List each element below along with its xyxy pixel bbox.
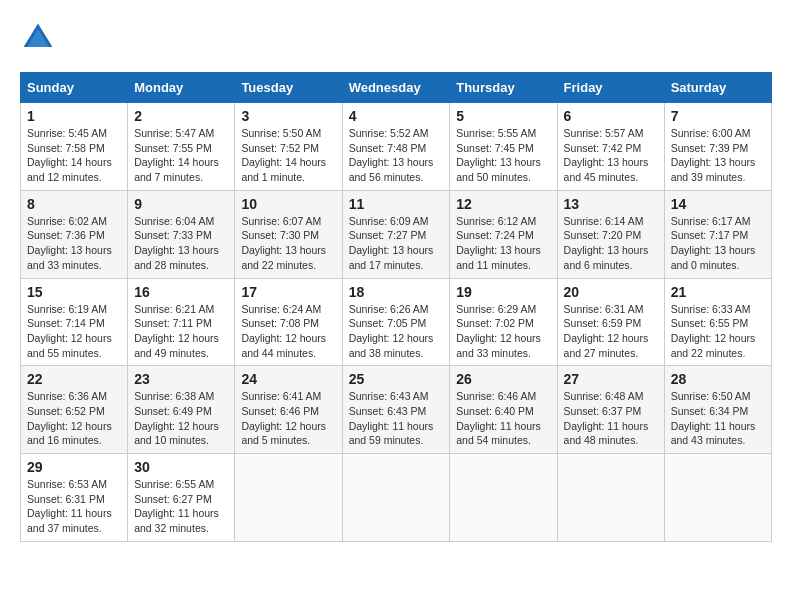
day-number: 20	[564, 284, 658, 300]
calendar-cell: 1 Sunrise: 5:45 AMSunset: 7:58 PMDayligh…	[21, 103, 128, 191]
day-number: 11	[349, 196, 444, 212]
day-detail: Sunrise: 5:57 AMSunset: 7:42 PMDaylight:…	[564, 127, 649, 183]
day-detail: Sunrise: 6:31 AMSunset: 6:59 PMDaylight:…	[564, 303, 649, 359]
calendar-cell: 18 Sunrise: 6:26 AMSunset: 7:05 PMDaylig…	[342, 278, 450, 366]
day-number: 9	[134, 196, 228, 212]
day-number: 15	[27, 284, 121, 300]
calendar-cell: 15 Sunrise: 6:19 AMSunset: 7:14 PMDaylig…	[21, 278, 128, 366]
calendar-cell: 28 Sunrise: 6:50 AMSunset: 6:34 PMDaylig…	[664, 366, 771, 454]
day-number: 27	[564, 371, 658, 387]
calendar-cell: 27 Sunrise: 6:48 AMSunset: 6:37 PMDaylig…	[557, 366, 664, 454]
calendar-cell: 10 Sunrise: 6:07 AMSunset: 7:30 PMDaylig…	[235, 190, 342, 278]
day-number: 6	[564, 108, 658, 124]
day-detail: Sunrise: 6:50 AMSunset: 6:34 PMDaylight:…	[671, 390, 756, 446]
calendar-cell: 3 Sunrise: 5:50 AMSunset: 7:52 PMDayligh…	[235, 103, 342, 191]
day-detail: Sunrise: 6:33 AMSunset: 6:55 PMDaylight:…	[671, 303, 756, 359]
day-number: 18	[349, 284, 444, 300]
calendar-cell: 26 Sunrise: 6:46 AMSunset: 6:40 PMDaylig…	[450, 366, 557, 454]
calendar-cell	[664, 454, 771, 542]
calendar-cell: 13 Sunrise: 6:14 AMSunset: 7:20 PMDaylig…	[557, 190, 664, 278]
col-header-wednesday: Wednesday	[342, 73, 450, 103]
day-number: 25	[349, 371, 444, 387]
day-detail: Sunrise: 5:47 AMSunset: 7:55 PMDaylight:…	[134, 127, 219, 183]
day-number: 16	[134, 284, 228, 300]
day-detail: Sunrise: 6:07 AMSunset: 7:30 PMDaylight:…	[241, 215, 326, 271]
day-number: 28	[671, 371, 765, 387]
day-number: 26	[456, 371, 550, 387]
day-number: 2	[134, 108, 228, 124]
calendar-cell: 16 Sunrise: 6:21 AMSunset: 7:11 PMDaylig…	[128, 278, 235, 366]
calendar-cell	[342, 454, 450, 542]
day-detail: Sunrise: 6:55 AMSunset: 6:27 PMDaylight:…	[134, 478, 219, 534]
logo	[20, 20, 62, 56]
day-number: 8	[27, 196, 121, 212]
calendar-cell	[450, 454, 557, 542]
calendar-cell: 17 Sunrise: 6:24 AMSunset: 7:08 PMDaylig…	[235, 278, 342, 366]
calendar-cell	[235, 454, 342, 542]
calendar-cell: 5 Sunrise: 5:55 AMSunset: 7:45 PMDayligh…	[450, 103, 557, 191]
calendar-cell	[557, 454, 664, 542]
calendar-cell: 19 Sunrise: 6:29 AMSunset: 7:02 PMDaylig…	[450, 278, 557, 366]
day-number: 21	[671, 284, 765, 300]
calendar-cell: 4 Sunrise: 5:52 AMSunset: 7:48 PMDayligh…	[342, 103, 450, 191]
calendar-cell: 14 Sunrise: 6:17 AMSunset: 7:17 PMDaylig…	[664, 190, 771, 278]
calendar-cell: 8 Sunrise: 6:02 AMSunset: 7:36 PMDayligh…	[21, 190, 128, 278]
page-header	[20, 20, 772, 56]
calendar-cell: 6 Sunrise: 5:57 AMSunset: 7:42 PMDayligh…	[557, 103, 664, 191]
calendar-cell: 2 Sunrise: 5:47 AMSunset: 7:55 PMDayligh…	[128, 103, 235, 191]
calendar-cell: 9 Sunrise: 6:04 AMSunset: 7:33 PMDayligh…	[128, 190, 235, 278]
day-detail: Sunrise: 5:52 AMSunset: 7:48 PMDaylight:…	[349, 127, 434, 183]
col-header-sunday: Sunday	[21, 73, 128, 103]
calendar-table: SundayMondayTuesdayWednesdayThursdayFrid…	[20, 72, 772, 542]
day-number: 29	[27, 459, 121, 475]
calendar-cell: 25 Sunrise: 6:43 AMSunset: 6:43 PMDaylig…	[342, 366, 450, 454]
day-detail: Sunrise: 6:46 AMSunset: 6:40 PMDaylight:…	[456, 390, 541, 446]
day-number: 19	[456, 284, 550, 300]
day-number: 1	[27, 108, 121, 124]
week-row-3: 15 Sunrise: 6:19 AMSunset: 7:14 PMDaylig…	[21, 278, 772, 366]
day-detail: Sunrise: 6:00 AMSunset: 7:39 PMDaylight:…	[671, 127, 756, 183]
day-detail: Sunrise: 6:43 AMSunset: 6:43 PMDaylight:…	[349, 390, 434, 446]
calendar-cell: 24 Sunrise: 6:41 AMSunset: 6:46 PMDaylig…	[235, 366, 342, 454]
col-header-monday: Monday	[128, 73, 235, 103]
day-detail: Sunrise: 6:14 AMSunset: 7:20 PMDaylight:…	[564, 215, 649, 271]
day-detail: Sunrise: 6:38 AMSunset: 6:49 PMDaylight:…	[134, 390, 219, 446]
day-detail: Sunrise: 6:12 AMSunset: 7:24 PMDaylight:…	[456, 215, 541, 271]
calendar-cell: 12 Sunrise: 6:12 AMSunset: 7:24 PMDaylig…	[450, 190, 557, 278]
calendar-cell: 7 Sunrise: 6:00 AMSunset: 7:39 PMDayligh…	[664, 103, 771, 191]
day-number: 3	[241, 108, 335, 124]
week-row-1: 1 Sunrise: 5:45 AMSunset: 7:58 PMDayligh…	[21, 103, 772, 191]
day-detail: Sunrise: 6:19 AMSunset: 7:14 PMDaylight:…	[27, 303, 112, 359]
day-number: 14	[671, 196, 765, 212]
day-detail: Sunrise: 6:36 AMSunset: 6:52 PMDaylight:…	[27, 390, 112, 446]
day-detail: Sunrise: 6:26 AMSunset: 7:05 PMDaylight:…	[349, 303, 434, 359]
calendar-cell: 20 Sunrise: 6:31 AMSunset: 6:59 PMDaylig…	[557, 278, 664, 366]
day-detail: Sunrise: 6:21 AMSunset: 7:11 PMDaylight:…	[134, 303, 219, 359]
day-detail: Sunrise: 6:02 AMSunset: 7:36 PMDaylight:…	[27, 215, 112, 271]
day-number: 24	[241, 371, 335, 387]
day-detail: Sunrise: 6:09 AMSunset: 7:27 PMDaylight:…	[349, 215, 434, 271]
day-number: 10	[241, 196, 335, 212]
day-number: 7	[671, 108, 765, 124]
day-number: 22	[27, 371, 121, 387]
calendar-cell: 22 Sunrise: 6:36 AMSunset: 6:52 PMDaylig…	[21, 366, 128, 454]
week-row-4: 22 Sunrise: 6:36 AMSunset: 6:52 PMDaylig…	[21, 366, 772, 454]
day-detail: Sunrise: 6:24 AMSunset: 7:08 PMDaylight:…	[241, 303, 326, 359]
col-header-thursday: Thursday	[450, 73, 557, 103]
day-number: 23	[134, 371, 228, 387]
day-number: 30	[134, 459, 228, 475]
col-header-saturday: Saturday	[664, 73, 771, 103]
week-row-2: 8 Sunrise: 6:02 AMSunset: 7:36 PMDayligh…	[21, 190, 772, 278]
day-detail: Sunrise: 5:55 AMSunset: 7:45 PMDaylight:…	[456, 127, 541, 183]
day-number: 5	[456, 108, 550, 124]
calendar-cell: 29 Sunrise: 6:53 AMSunset: 6:31 PMDaylig…	[21, 454, 128, 542]
day-detail: Sunrise: 6:48 AMSunset: 6:37 PMDaylight:…	[564, 390, 649, 446]
day-detail: Sunrise: 6:41 AMSunset: 6:46 PMDaylight:…	[241, 390, 326, 446]
day-number: 4	[349, 108, 444, 124]
calendar-cell: 30 Sunrise: 6:55 AMSunset: 6:27 PMDaylig…	[128, 454, 235, 542]
col-header-tuesday: Tuesday	[235, 73, 342, 103]
day-detail: Sunrise: 6:29 AMSunset: 7:02 PMDaylight:…	[456, 303, 541, 359]
day-detail: Sunrise: 6:04 AMSunset: 7:33 PMDaylight:…	[134, 215, 219, 271]
day-number: 13	[564, 196, 658, 212]
week-row-5: 29 Sunrise: 6:53 AMSunset: 6:31 PMDaylig…	[21, 454, 772, 542]
